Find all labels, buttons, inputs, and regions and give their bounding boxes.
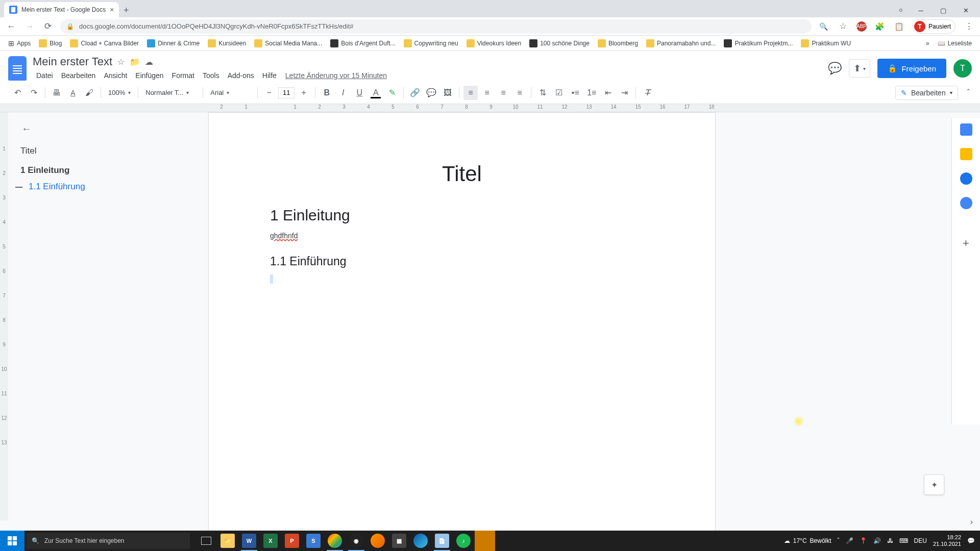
bookmark-item[interactable]: Bois d'Argent Duft...: [327, 38, 398, 49]
star-icon[interactable]: ☆: [117, 57, 125, 67]
tasks-icon[interactable]: [960, 172, 972, 185]
italic-button[interactable]: I: [336, 86, 350, 100]
decrease-indent-button[interactable]: ⇤: [601, 86, 615, 100]
print-button[interactable]: 🖶: [50, 86, 64, 100]
side-panel-collapse-icon[interactable]: ›: [970, 517, 973, 527]
outline-back-button[interactable]: ←: [18, 120, 35, 137]
menu-datei[interactable]: Datei: [33, 69, 57, 82]
tab-search-icon[interactable]: [899, 9, 902, 12]
extensions-icon[interactable]: 🧩: [874, 22, 886, 31]
menu-bearbeiten[interactable]: Bearbeiten: [58, 69, 100, 82]
start-button[interactable]: [0, 531, 24, 551]
bookmark-item[interactable]: Blog: [36, 38, 65, 49]
bold-button[interactable]: B: [320, 86, 334, 100]
image-button[interactable]: 🖼: [440, 86, 455, 100]
menu-add-ons[interactable]: Add-ons: [224, 69, 258, 82]
maximize-button[interactable]: ▢: [933, 3, 953, 17]
weather-widget[interactable]: ☁ 17°C Bewölkt: [784, 537, 831, 544]
explore-button[interactable]: ✦: [924, 474, 944, 495]
move-folder-icon[interactable]: 📁: [130, 57, 140, 67]
firefox-icon[interactable]: [368, 531, 388, 551]
cloud-status-icon[interactable]: ☁: [145, 57, 153, 67]
chrome-menu-icon[interactable]: ⋮: [963, 21, 975, 32]
profile-button[interactable]: T Pausiert: [913, 19, 955, 34]
close-window-button[interactable]: ✕: [955, 3, 976, 17]
highlight-button[interactable]: ✎: [385, 86, 399, 100]
style-select[interactable]: Normaler T...▾: [142, 86, 199, 100]
keep-icon[interactable]: [960, 148, 972, 160]
bookmark-item[interactable]: Bloomberg: [595, 38, 641, 49]
bookmark-item[interactable]: ⊞Apps: [5, 38, 34, 49]
outline-heading-1[interactable]: 1 Einleitung: [18, 162, 191, 179]
menu-einfügen[interactable]: Einfügen: [132, 69, 167, 82]
present-button[interactable]: ⬆ ▾: [849, 59, 870, 78]
browser-tab[interactable]: Mein erster Text - Google Docs ×: [4, 2, 119, 17]
bookmark-item[interactable]: Cload + Canva Bilder: [67, 38, 142, 49]
taskbar-search[interactable]: 🔍 Zur Suche Text hier eingeben: [27, 533, 190, 549]
back-button[interactable]: ←: [5, 21, 17, 32]
keyboard-icon[interactable]: ⌨: [899, 537, 908, 544]
underline-button[interactable]: U: [352, 86, 366, 100]
explorer-icon[interactable]: 📁: [217, 531, 238, 551]
spotify-icon[interactable]: ♪: [453, 531, 474, 551]
task-view-icon[interactable]: [196, 531, 216, 551]
numbered-list-button[interactable]: 1≡: [584, 86, 599, 100]
bookmark-item[interactable]: Dinner & Crime: [144, 38, 203, 49]
comment-button[interactable]: 💬: [424, 86, 438, 100]
calendar-icon[interactable]: [960, 123, 972, 136]
bookmark-item[interactable]: Panoramabahn und...: [643, 38, 719, 49]
forward-button[interactable]: →: [23, 21, 36, 32]
star-bookmark-icon[interactable]: ☆: [837, 21, 849, 32]
reload-button[interactable]: ⟳: [42, 21, 54, 32]
url-field[interactable]: 🔒 docs.google.com/document/d/1OOoPQeHD4J…: [60, 19, 812, 34]
decrease-font-button[interactable]: −: [262, 86, 276, 100]
reading-list-icon[interactable]: 📋: [893, 22, 905, 31]
bookmarks-overflow[interactable]: »: [923, 38, 933, 48]
reading-list-button[interactable]: 📖Leseliste: [935, 38, 975, 48]
bookmark-item[interactable]: Kursideen: [205, 38, 249, 49]
powerpoint-icon[interactable]: P: [282, 531, 302, 551]
bookmark-item[interactable]: Praktikum WU: [798, 38, 854, 49]
font-select[interactable]: Arial▾: [207, 86, 253, 100]
bookmark-item[interactable]: Copywriting neu: [401, 38, 461, 49]
notepad-icon[interactable]: 📄: [432, 531, 452, 551]
minimize-button[interactable]: ─: [911, 3, 931, 17]
chrome-icon[interactable]: [325, 531, 345, 551]
network-icon[interactable]: 🖧: [887, 537, 893, 544]
edge-icon[interactable]: [410, 531, 431, 551]
mic-icon[interactable]: 🎤: [846, 537, 853, 544]
line-spacing-button[interactable]: ⇅: [535, 86, 550, 100]
doc-content-title[interactable]: Titel: [270, 162, 654, 186]
comments-icon[interactable]: 💬: [828, 62, 842, 75]
contacts-icon[interactable]: [960, 197, 972, 209]
menu-tools[interactable]: Tools: [199, 69, 223, 82]
close-tab-icon[interactable]: ×: [110, 6, 114, 14]
outline-title[interactable]: Titel: [18, 143, 191, 159]
language-indicator[interactable]: DEU: [914, 537, 927, 544]
location-icon[interactable]: 📍: [860, 537, 867, 544]
bookmark-item[interactable]: Praktikum Projektm...: [721, 38, 796, 49]
horizontal-ruler[interactable]: 21123456789101112131415161718: [0, 104, 980, 112]
volume-icon[interactable]: 🔊: [873, 537, 881, 544]
align-left-button[interactable]: ≡: [463, 86, 478, 100]
addons-plus-icon[interactable]: +: [963, 237, 969, 250]
docs-logo-icon[interactable]: [8, 56, 27, 81]
last-edit-link[interactable]: Letzte Änderung vor 15 Minuten: [285, 71, 387, 80]
doc-content-h1[interactable]: 1 Einleitung: [270, 207, 654, 224]
app-icon-1[interactable]: ▦: [389, 531, 409, 551]
align-center-button[interactable]: ≡: [480, 86, 494, 100]
edit-mode-select[interactable]: ✎ Bearbeiten ▾: [895, 86, 958, 100]
new-tab-button[interactable]: +: [119, 3, 133, 17]
menu-ansicht[interactable]: Ansicht: [100, 69, 131, 82]
document-title[interactable]: Mein erster Text: [33, 55, 112, 68]
snagit-icon[interactable]: S: [303, 531, 324, 551]
menu-hilfe[interactable]: Hilfe: [259, 69, 280, 82]
document-page[interactable]: Titel 1 Einleitung ghdfhnfd 1.1 Einführu…: [208, 112, 716, 551]
link-button[interactable]: 🔗: [408, 86, 422, 100]
font-size-input[interactable]: 11: [278, 87, 295, 98]
menu-format[interactable]: Format: [168, 69, 198, 82]
bullet-list-button[interactable]: •≡: [568, 86, 582, 100]
obs-icon[interactable]: ◉: [346, 531, 366, 551]
increase-indent-button[interactable]: ⇥: [617, 86, 631, 100]
undo-button[interactable]: ↶: [10, 86, 24, 100]
